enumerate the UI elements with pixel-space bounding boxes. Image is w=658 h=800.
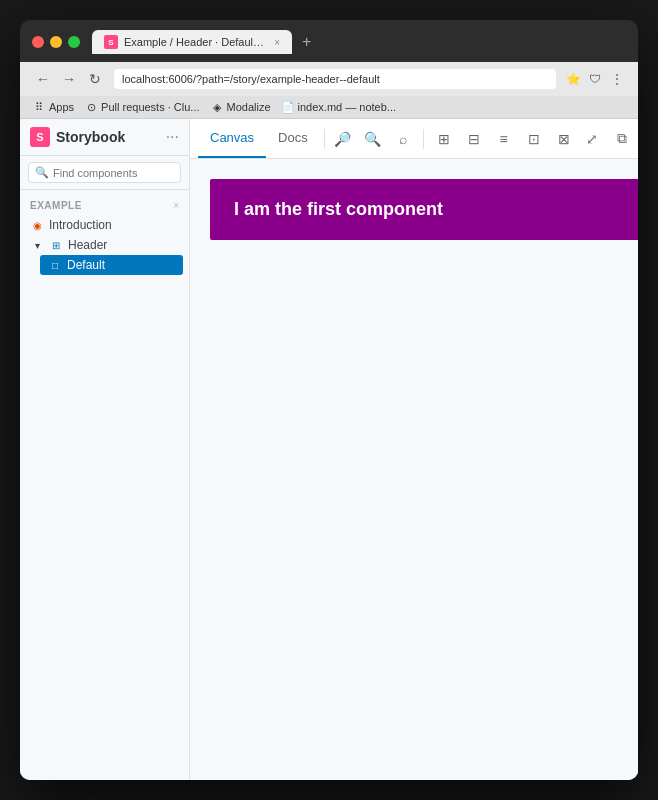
tab-close-icon[interactable]: × xyxy=(274,37,280,48)
storybook-logo: S xyxy=(30,127,50,147)
component-preview: I am the first component xyxy=(210,179,638,240)
file-icon: 📄 xyxy=(281,100,295,114)
bookmark-index-label: index.md — noteb... xyxy=(298,101,396,113)
tab-canvas[interactable]: Canvas xyxy=(198,119,266,158)
toolbar-icons: 🔎 🔍 ⌕ ⊞ ⊟ ≡ ⊡ ⊠ xyxy=(329,125,578,153)
title-bar: S Example / Header · Default · S × + xyxy=(20,20,638,62)
menu-icon[interactable]: ⋮ xyxy=(608,70,626,88)
github-icon: ⊙ xyxy=(84,100,98,114)
apps-icon: ⠿ xyxy=(32,100,46,114)
back-button[interactable]: ← xyxy=(32,68,54,90)
sidebar-nav: EXAMPLE × ◉ Introduction ▾ ⊞ Header xyxy=(20,190,189,780)
modalize-icon: ◈ xyxy=(210,100,224,114)
section-collapse-icon[interactable]: × xyxy=(173,200,179,211)
introduction-icon: ◉ xyxy=(30,218,44,232)
browser-tab-active[interactable]: S Example / Header · Default · S × xyxy=(92,30,292,54)
browser-window: S Example / Header · Default · S × + ← →… xyxy=(20,20,638,780)
search-icon: 🔍 xyxy=(35,166,49,179)
storybook-sidebar: S Storybook ··· 🔍 / EXAMPLE × xyxy=(20,119,190,780)
toolbar-divider-2 xyxy=(423,129,424,149)
sidebar-search: 🔍 / xyxy=(20,156,189,190)
bookmark-apps[interactable]: ⠿ Apps xyxy=(32,100,74,114)
storybook-title: Storybook xyxy=(56,129,125,145)
section-label: EXAMPLE × xyxy=(20,198,189,213)
sidebar-header: S Storybook ··· xyxy=(20,119,189,156)
component-preview-text: I am the first component xyxy=(234,199,443,219)
shield-icon[interactable]: 🛡 xyxy=(586,70,604,88)
forward-button[interactable]: → xyxy=(58,68,80,90)
layout2-icon[interactable]: ⊠ xyxy=(550,125,578,153)
nav-buttons: ← → ↻ xyxy=(32,68,106,90)
address-icons: ⭐ 🛡 ⋮ xyxy=(564,70,626,88)
reload-button[interactable]: ↻ xyxy=(84,68,106,90)
sidebar-menu-button[interactable]: ··· xyxy=(166,128,179,146)
traffic-light-close[interactable] xyxy=(32,36,44,48)
bookmarks-bar: ⠿ Apps ⊙ Pull requests · Clu... ◈ Modali… xyxy=(20,96,638,119)
toolbar-right: ⤢ ⧉ 🔗 xyxy=(578,125,638,153)
new-window-icon[interactable]: ⧉ xyxy=(608,125,636,153)
storybook-canvas: I am the first component xyxy=(190,159,638,780)
traffic-light-minimize[interactable] xyxy=(50,36,62,48)
bookmark-icon[interactable]: ⭐ xyxy=(564,70,582,88)
logo-area: S Storybook xyxy=(30,127,125,147)
address-input[interactable] xyxy=(114,69,556,89)
default-story-icon: □ xyxy=(48,258,62,272)
introduction-label: Introduction xyxy=(49,218,112,232)
bookmark-apps-label: Apps xyxy=(49,101,74,113)
bookmark-pull-requests[interactable]: ⊙ Pull requests · Clu... xyxy=(84,100,199,114)
sidebar-group-header[interactable]: ▾ ⊞ Header xyxy=(20,235,189,255)
address-bar: ← → ↻ ⭐ 🛡 ⋮ xyxy=(20,62,638,96)
new-tab-button[interactable]: + xyxy=(296,31,317,53)
bookmark-modalize-label: Modalize xyxy=(227,101,271,113)
storybook-toolbar: Canvas Docs 🔎 🔍 ⌕ ⊞ ⊟ ≡ ⊡ ⊠ ⤢ ⧉ � xyxy=(190,119,638,159)
storybook-main: Canvas Docs 🔎 🔍 ⌕ ⊞ ⊟ ≡ ⊡ ⊠ ⤢ ⧉ � xyxy=(190,119,638,780)
columns-icon[interactable]: ⊟ xyxy=(460,125,488,153)
sidebar-item-default[interactable]: □ Default xyxy=(40,255,183,275)
browser-content: S Storybook ··· 🔍 / EXAMPLE × xyxy=(20,119,638,780)
tab-docs[interactable]: Docs xyxy=(266,119,320,158)
tab-favicon: S xyxy=(104,35,118,49)
traffic-light-maximize[interactable] xyxy=(68,36,80,48)
sidebar-item-introduction[interactable]: ◉ Introduction xyxy=(20,215,189,235)
toolbar-divider-1 xyxy=(324,129,325,149)
grid-icon[interactable]: ⊞ xyxy=(430,125,458,153)
header-children: □ Default xyxy=(20,255,189,275)
expand-icon[interactable]: ⤢ xyxy=(578,125,606,153)
header-group-label: Header xyxy=(68,238,107,252)
tab-title: Example / Header · Default · S xyxy=(124,36,264,48)
header-expand-icon: ▾ xyxy=(30,238,44,252)
bookmark-index[interactable]: 📄 index.md — noteb... xyxy=(281,100,396,114)
header-component-icon: ⊞ xyxy=(49,238,63,252)
bookmark-modalize[interactable]: ◈ Modalize xyxy=(210,100,271,114)
traffic-lights xyxy=(32,36,80,48)
section-text: EXAMPLE xyxy=(30,200,82,211)
zoom-reset-icon[interactable]: ⌕ xyxy=(389,125,417,153)
default-label: Default xyxy=(67,258,105,272)
layout-icon[interactable]: ⊡ xyxy=(520,125,548,153)
rows-icon[interactable]: ≡ xyxy=(490,125,518,153)
zoom-in-icon[interactable]: 🔎 xyxy=(329,125,357,153)
search-input[interactable] xyxy=(53,167,191,179)
bookmark-pull-requests-label: Pull requests · Clu... xyxy=(101,101,199,113)
search-inner: 🔍 / xyxy=(28,162,181,183)
zoom-out-icon[interactable]: 🔍 xyxy=(359,125,387,153)
tab-bar: S Example / Header · Default · S × + xyxy=(92,30,626,54)
